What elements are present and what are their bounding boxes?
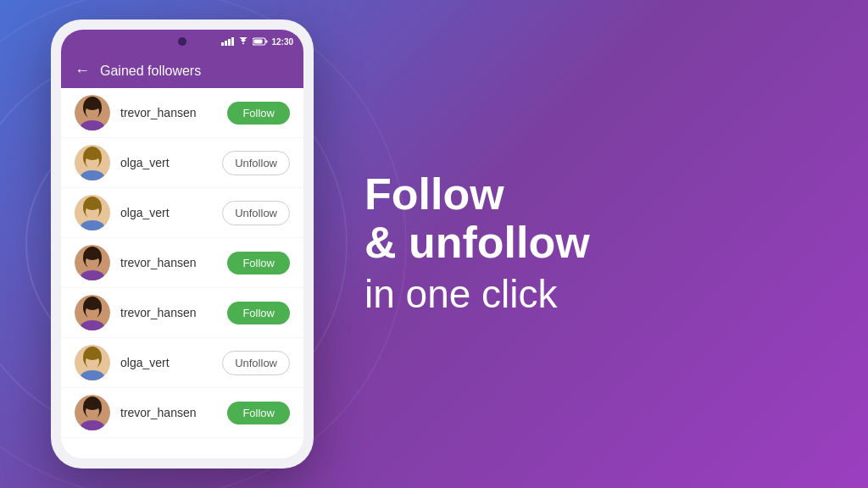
username-label: trevor_hansen <box>120 306 217 319</box>
wifi-icon <box>237 37 249 46</box>
unfollow-button[interactable]: Unfollow <box>222 151 290 175</box>
signal-icon <box>221 37 234 46</box>
username-label: trevor_hansen <box>120 406 217 419</box>
list-item: olga_vertUnfollow <box>61 188 303 238</box>
avatar <box>75 395 110 430</box>
phone-frame: 12:30 ← Gained followers trevor_hansenFo… <box>51 19 314 469</box>
svg-point-36 <box>84 398 101 410</box>
promo-line1: Follow <box>364 170 817 219</box>
app-header: ← Gained followers <box>61 53 303 88</box>
svg-point-31 <box>84 348 101 360</box>
status-bar: 12:30 <box>61 30 303 53</box>
username-label: olga_vert <box>120 356 212 369</box>
svg-point-26 <box>84 298 101 310</box>
follow-button[interactable]: Follow <box>227 402 290 424</box>
list-item: olga_vertUnfollow <box>61 338 303 388</box>
avatar <box>75 345 110 380</box>
back-button[interactable]: ← <box>75 62 90 80</box>
clock: 12:30 <box>271 37 293 47</box>
follow-button[interactable]: Follow <box>227 252 290 274</box>
svg-rect-1 <box>266 41 268 43</box>
promo-line3: in one click <box>364 271 817 318</box>
list-item: trevor_hansenFollow <box>61 388 303 438</box>
avatar <box>75 95 110 130</box>
username-label: trevor_hansen <box>120 256 217 269</box>
username-label: trevor_hansen <box>120 106 217 119</box>
camera-dot <box>178 37 186 46</box>
svg-point-21 <box>84 248 101 260</box>
phone-mockup: 12:30 ← Gained followers trevor_hansenFo… <box>51 19 314 469</box>
svg-point-16 <box>84 198 101 210</box>
username-label: olga_vert <box>120 206 212 219</box>
list-item: trevor_hansenFollow <box>61 88 303 138</box>
avatar <box>75 145 110 180</box>
list-item: olga_vertUnfollow <box>61 138 303 188</box>
phone-screen: 12:30 ← Gained followers trevor_hansenFo… <box>61 30 303 458</box>
username-label: olga_vert <box>120 156 212 169</box>
avatar <box>75 245 110 280</box>
svg-rect-2 <box>254 40 263 44</box>
status-bar-right: 12:30 <box>221 37 293 47</box>
screen-title: Gained followers <box>100 64 201 79</box>
unfollow-button[interactable]: Unfollow <box>222 201 290 225</box>
avatar <box>75 195 110 230</box>
svg-point-11 <box>84 148 101 160</box>
followers-list: trevor_hansenFollow olga_vertUnfollow ol… <box>61 88 303 458</box>
avatar <box>75 295 110 330</box>
unfollow-button[interactable]: Unfollow <box>222 351 290 375</box>
battery-icon <box>253 37 268 46</box>
follow-button[interactable]: Follow <box>227 102 290 125</box>
svg-point-6 <box>84 98 101 110</box>
follow-button[interactable]: Follow <box>227 302 290 324</box>
promo-line2: & unfollow <box>364 219 817 267</box>
list-item: trevor_hansenFollow <box>61 288 303 338</box>
list-item: trevor_hansenFollow <box>61 238 303 288</box>
